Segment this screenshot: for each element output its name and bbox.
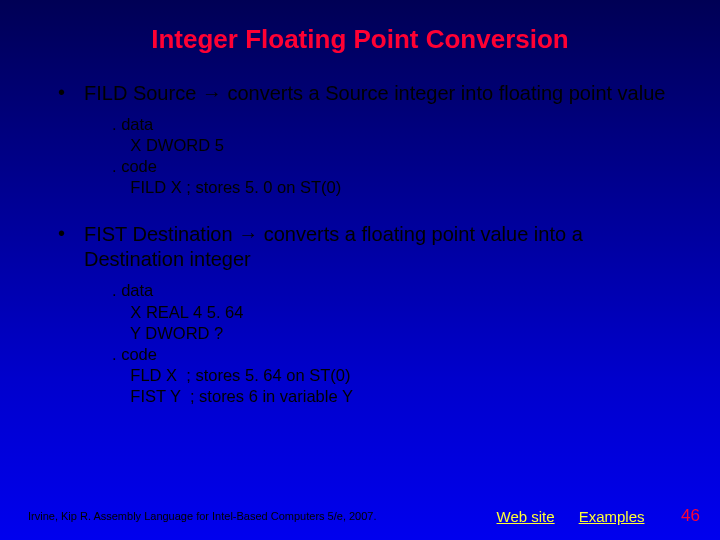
code-line: FIST Y ; stores 6 in variable Y [112,386,680,407]
code-block-1: . data X DWORD 5 . code FILD X ; stores … [112,114,680,198]
code-line: X REAL 4 5. 64 [112,302,680,323]
bullet-dot: • [58,222,84,272]
bullet-text: FILD Source → converts a Source integer … [84,81,680,106]
code-block-2: . data X REAL 4 5. 64 Y DWORD ? . code F… [112,280,680,407]
bullet-text: FIST Destination → converts a floating p… [84,222,680,272]
code-line: . code [112,156,680,177]
link-website[interactable]: Web site [497,508,555,525]
bullet-fild: • FILD Source → converts a Source intege… [58,81,680,106]
code-line: X DWORD 5 [112,135,680,156]
link-examples[interactable]: Examples [579,508,645,525]
code-line: . data [112,114,680,135]
slide-content: • FILD Source → converts a Source intege… [0,81,720,407]
footer-links: Web site Examples [497,508,645,525]
code-line: Y DWORD ? [112,323,680,344]
slide-footer: Irvine, Kip R. Assembly Language for Int… [0,506,720,526]
code-line: . code [112,344,680,365]
footer-citation: Irvine, Kip R. Assembly Language for Int… [28,510,377,522]
code-line: FILD X ; stores 5. 0 on ST(0) [112,177,680,198]
slide-title: Integer Floating Point Conversion [0,0,720,55]
bullet-dot: • [58,81,84,106]
page-number: 46 [681,506,700,526]
code-line: FLD X ; stores 5. 64 on ST(0) [112,365,680,386]
bullet-fist: • FIST Destination → converts a floating… [58,222,680,272]
code-line: . data [112,280,680,301]
